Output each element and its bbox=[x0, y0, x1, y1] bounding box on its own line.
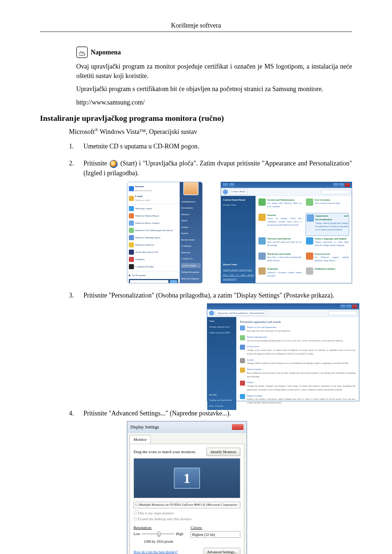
cp-hw[interactable]: Hardware and SoundPlay CDs or other medi… bbox=[258, 252, 301, 266]
monitor-select[interactable]: 1. (Multiple Monitors) on NVIDIA GeForce… bbox=[134, 502, 240, 508]
sm-connect[interactable]: Connect To bbox=[181, 257, 201, 261]
cp-side-res[interactable]: Pick CDs or other media automatically bbox=[223, 273, 254, 281]
personalization-window: Appearance and Personalization › Persona… bbox=[207, 303, 359, 401]
step-2: Pritisnite (Start) i "Upravljačka ploča"… bbox=[69, 159, 352, 283]
ds-panel: Drag the icons to match your monitors. I… bbox=[130, 444, 244, 554]
pw-max-icon[interactable] bbox=[346, 305, 351, 308]
pw-ss[interactable]: Screen SaverChange your screen saver or … bbox=[240, 345, 355, 355]
sm-defaults[interactable]: Default Programs bbox=[181, 270, 201, 275]
ds-close-icon[interactable] bbox=[232, 424, 244, 430]
nav-back-icon[interactable] bbox=[223, 189, 228, 194]
close-icon[interactable] bbox=[345, 183, 350, 187]
pw-ea[interactable]: Ease of Access bbox=[209, 404, 234, 408]
sm-gallery[interactable]: Windows Photo Gallery bbox=[129, 219, 178, 227]
cp-add[interactable]: Additional Options bbox=[306, 267, 349, 281]
sm-pics[interactable]: Pictures bbox=[181, 212, 201, 217]
pw-close-icon[interactable] bbox=[352, 305, 357, 308]
resolution-slider[interactable]: Low High bbox=[134, 531, 183, 537]
fwd-icon[interactable] bbox=[229, 183, 234, 187]
chk-main[interactable]: ☐ This is my main monitor bbox=[134, 510, 240, 516]
min-icon[interactable] bbox=[333, 183, 338, 187]
sm-cmd[interactable]: Command Prompt bbox=[129, 263, 178, 270]
cp-nav: Control Panel bbox=[221, 188, 352, 196]
identify-monitors-button[interactable]: Identify Monitors bbox=[207, 448, 240, 456]
back-icon[interactable] bbox=[223, 183, 228, 187]
sm-photoshop[interactable]: Adobe Photoshop CS3 bbox=[129, 249, 178, 256]
cp-user[interactable]: User AccountsAdd or remove user accounts bbox=[306, 198, 349, 212]
header-rule bbox=[40, 32, 352, 32]
monitor-area[interactable]: 1 bbox=[134, 458, 240, 498]
sm-internet[interactable]: InternetInternet Explorer bbox=[129, 184, 178, 193]
pw-see: See also bbox=[209, 393, 234, 397]
max-icon[interactable] bbox=[339, 183, 344, 187]
pw-search[interactable] bbox=[328, 311, 357, 315]
cp-crumb[interactable]: Control Panel bbox=[229, 189, 247, 194]
colors-select[interactable]: Highest (32 bit) bbox=[191, 531, 240, 538]
subheading-rest: Windows Vista™, Operacijski sustav bbox=[98, 128, 197, 135]
sm-recent[interactable]: Recent Items bbox=[181, 238, 201, 242]
cp-prog[interactable]: ProgramsUninstall a program Change start… bbox=[258, 267, 301, 281]
cp-side-classic[interactable]: Classic View bbox=[223, 203, 254, 207]
sm-games[interactable]: Games bbox=[181, 225, 201, 230]
pw-font[interactable]: Adjust font size (DPI) bbox=[209, 331, 234, 335]
pw-db[interactable]: Desktop BackgroundChoose from available … bbox=[240, 335, 355, 342]
ds-instruction: Drag the icons to match your monitors. I… bbox=[134, 448, 240, 456]
subheading: Microsoft® Windows Vista™, Operacijski s… bbox=[69, 127, 352, 136]
cp-ease[interactable]: Ease of AccessLet Windows suggest settin… bbox=[306, 252, 349, 266]
screenshot-personalization: Appearance and Personalization › Persona… bbox=[207, 303, 352, 401]
sm-search[interactable] bbox=[129, 279, 178, 284]
pw-crumb[interactable]: Appearance and Personalization › Persona… bbox=[216, 311, 266, 316]
cp-appearance-selected[interactable]: Appearance and PersonalizationChange des… bbox=[306, 213, 349, 235]
advanced-settings-button[interactable]: Advanced Settings... bbox=[204, 548, 240, 554]
cp-side-home[interactable]: Control Panel Home bbox=[223, 198, 254, 202]
chk-extend[interactable]: ☐ Extend the desktop onto this monitor bbox=[134, 516, 240, 522]
page-header: Korištenje softvera bbox=[40, 22, 352, 29]
section-heading: Instaliranje upravljačkog programa monit… bbox=[40, 114, 352, 123]
step-2b: (Start) i "Upravljačka ploča". Zatim dva… bbox=[83, 160, 352, 177]
pw-th[interactable]: ThemeChange the theme. Themes can change… bbox=[240, 381, 355, 391]
note-header: Napomena bbox=[76, 46, 352, 58]
screenshot-display-settings: Display Settings Monitor Drag the icons … bbox=[127, 421, 352, 554]
sm-teamdev[interactable]: TeamDev bbox=[129, 256, 178, 263]
sm-docs[interactable]: Documents bbox=[181, 206, 201, 210]
pw-sidebar: Tasks Change desktop icons Adjust font s… bbox=[207, 317, 236, 410]
monitor-1-icon[interactable]: 1 bbox=[174, 468, 200, 489]
help-link[interactable]: How do I get the best display? bbox=[134, 549, 178, 554]
note-icon bbox=[76, 46, 88, 58]
cp-net[interactable]: Network and InternetView network status … bbox=[258, 237, 301, 251]
sm-search-r[interactable]: Search bbox=[181, 231, 201, 236]
sm-music[interactable]: Music bbox=[181, 218, 201, 223]
sm-control-panel[interactable]: Control Panel bbox=[181, 263, 201, 268]
pw-icons[interactable]: Change desktop icons bbox=[209, 325, 234, 329]
display-settings-dialog: Display Settings Monitor Drag the icons … bbox=[127, 421, 247, 554]
sm-all-programs[interactable]: ▶ All Programs bbox=[129, 272, 178, 279]
cp-sec[interactable]: SecurityCheck for updates Check this com… bbox=[258, 213, 301, 235]
note-label: Napomena bbox=[91, 49, 121, 56]
sm-explorer[interactable]: Windows Explorer bbox=[129, 241, 178, 249]
sm-meeting[interactable]: Windows Meeting Space bbox=[129, 234, 178, 241]
pw-tb[interactable]: Taskbar and Start Menu bbox=[209, 398, 234, 402]
resolution-label: Resolution: bbox=[134, 525, 183, 531]
pw-min-icon[interactable] bbox=[340, 305, 346, 308]
cp-clock[interactable]: Clock, Language, and RegionChange keyboa… bbox=[306, 237, 349, 251]
sm-computer[interactable]: Computer bbox=[181, 244, 201, 249]
step-3: Pritisnite "Personalization" (Osobna pri… bbox=[69, 291, 352, 401]
cp-side-bg[interactable]: Change desktop background bbox=[223, 268, 254, 272]
colors-label: Colors: bbox=[191, 525, 240, 531]
sm-wlm[interactable]: Windows Live Messenger Download bbox=[129, 227, 178, 234]
sm-network[interactable]: Network bbox=[181, 250, 201, 255]
pw-snd[interactable]: SoundsChange which sounds are heard when… bbox=[240, 358, 355, 365]
cp-main: System and MaintenanceGet started with W… bbox=[256, 196, 352, 283]
sm-welcome[interactable]: Welcome Center bbox=[129, 205, 178, 212]
note-para-2: Upravljački program s certifikatom bit ć… bbox=[76, 84, 352, 94]
pw-mp[interactable]: Mouse PointersPick a different mouse poi… bbox=[240, 368, 355, 378]
sm-email[interactable]: E-mailWindows Mail bbox=[129, 193, 178, 203]
pw-ds[interactable]: Display SettingsAdjust your monitor reso… bbox=[240, 394, 355, 405]
pw-wca[interactable]: Window Color and AppearanceFine tune the… bbox=[240, 325, 355, 333]
ds-tab-monitor[interactable]: Monitor bbox=[130, 435, 151, 444]
sm-wmp[interactable]: Windows Media Player bbox=[129, 212, 178, 219]
cp-search[interactable] bbox=[321, 190, 350, 194]
pw-back-icon[interactable] bbox=[209, 311, 214, 316]
cp-sys[interactable]: System and MaintenanceGet started with W… bbox=[258, 198, 301, 212]
sm-help[interactable]: Help and Support bbox=[181, 276, 201, 281]
